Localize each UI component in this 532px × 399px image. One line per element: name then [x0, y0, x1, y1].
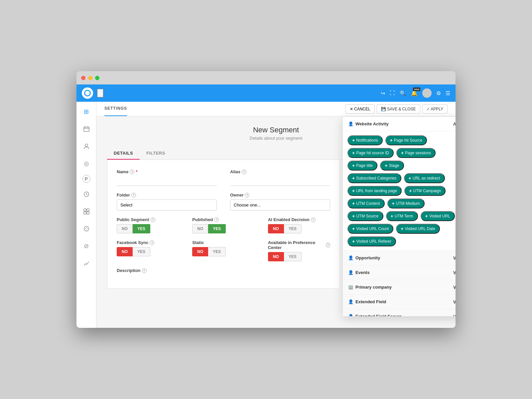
- filter-tag-page-sessions[interactable]: + Page sessions: [396, 148, 436, 158]
- folder-select[interactable]: Select: [117, 200, 217, 210]
- search-button[interactable]: 🔍: [400, 90, 406, 96]
- save-close-button[interactable]: 💾 SAVE & CLOSE: [377, 104, 420, 114]
- svg-rect-8: [84, 212, 86, 214]
- sidebar-item-reports[interactable]: [80, 257, 92, 269]
- filter-tag-utm-term[interactable]: + UTM Term: [386, 211, 418, 221]
- events-header[interactable]: 👤 Events ∨: [343, 265, 456, 280]
- available-pref-toggle: NO YES: [268, 252, 330, 261]
- description-help-icon[interactable]: ?: [142, 268, 147, 273]
- opportunity-icon: 👤: [348, 255, 353, 260]
- public-segment-label: Public Segment ?: [117, 217, 179, 222]
- sidebar: ⊞ ◎ P: [76, 102, 96, 328]
- ai-decision-help-icon[interactable]: ?: [311, 217, 316, 222]
- description-group: Description ?: [117, 268, 330, 273]
- published-toggle: NO YES: [192, 224, 254, 233]
- folder-help-icon[interactable]: ?: [131, 193, 136, 198]
- extended-field-secure-header[interactable]: 👤 Extended Field Secure ∨: [343, 309, 456, 316]
- cancel-button[interactable]: ✕ CANCEL: [345, 104, 375, 114]
- sidebar-item-dashboard[interactable]: ⊞: [80, 106, 92, 118]
- maximize-button[interactable]: [95, 76, 99, 80]
- extended-field-header[interactable]: 👤 Extended Field ∨: [343, 295, 456, 309]
- filter-tag-page-hit-source[interactable]: + Page hit Source: [385, 135, 427, 145]
- website-activity-header[interactable]: 👤 Website Activity ∧: [343, 117, 456, 131]
- filter-panel-scroll[interactable]: 👤 Website Activity ∧ + Notifications + P…: [343, 117, 456, 316]
- facebook-sync-help-icon[interactable]: ?: [150, 240, 154, 245]
- filter-tag-visited-url[interactable]: + Visited URL: [421, 211, 455, 221]
- svg-point-4: [85, 144, 88, 147]
- available-pref-no[interactable]: NO: [268, 252, 284, 261]
- fullscreen-button[interactable]: ⛶: [390, 90, 395, 96]
- close-button[interactable]: [81, 76, 85, 80]
- public-segment-group: Public Segment ? NO YES: [117, 217, 179, 233]
- alias-help-icon[interactable]: ?: [242, 170, 246, 174]
- filter-tag-url-as-redirect[interactable]: + URL as redirect: [404, 173, 445, 183]
- filter-tag-page-hit-source-id[interactable]: + Page hit source ID: [347, 148, 394, 158]
- available-pref-yes[interactable]: YES: [284, 252, 302, 261]
- sub-header: SETTINGS ✕ CANCEL 💾 SAVE & CLOSE ✓ APPLY: [96, 102, 456, 116]
- owner-help-icon[interactable]: ?: [245, 193, 249, 198]
- opportunity-header[interactable]: 👤 Opportunity ∨: [343, 251, 456, 265]
- svg-point-10: [84, 226, 89, 231]
- notifications-button[interactable]: 🔔 new: [411, 90, 418, 96]
- settings-tab-label[interactable]: SETTINGS: [104, 102, 127, 116]
- sidebar-item-components[interactable]: [80, 205, 92, 217]
- sidebar-item-calendar[interactable]: [80, 123, 92, 135]
- sidebar-item-points[interactable]: P: [82, 175, 90, 183]
- name-alias-row: Name ? * Alias ?: [117, 169, 330, 186]
- apply-button[interactable]: ✓ APPLY: [422, 104, 448, 114]
- published-no[interactable]: NO: [192, 224, 208, 233]
- sidebar-item-gamification[interactable]: [80, 223, 92, 235]
- ai-decision-yes[interactable]: YES: [284, 224, 302, 233]
- navbar-left: ⊞: [82, 87, 103, 99]
- published-label: Published ?: [192, 217, 254, 222]
- filter-tag-visited-url-date[interactable]: + Visited URL Date: [396, 224, 440, 234]
- filter-tag-utm-medium[interactable]: + UTM Medium: [387, 199, 425, 208]
- filter-tag-visited-url-count[interactable]: + Visited URL Count: [347, 224, 393, 234]
- menu-button[interactable]: ☰: [446, 90, 450, 96]
- ai-decision-no[interactable]: NO: [268, 224, 284, 233]
- owner-group: Owner ? Choose one...: [230, 193, 330, 210]
- opportunity-label: Opportunity: [355, 255, 453, 260]
- available-pref-group: Available in Preference Center ? NO YES: [268, 240, 330, 261]
- filter-tag-visited-url-referer[interactable]: + Visited URL Referer: [347, 236, 396, 246]
- name-help-icon[interactable]: ?: [130, 170, 134, 174]
- facebook-sync-yes[interactable]: YES: [133, 247, 150, 256]
- public-segment-help-icon[interactable]: ?: [151, 217, 155, 222]
- filter-section-extended-field: 👤 Extended Field ∨: [343, 295, 456, 309]
- tab-filters[interactable]: FILTERS: [140, 147, 172, 160]
- public-segment-yes[interactable]: YES: [133, 224, 150, 233]
- published-yes[interactable]: YES: [208, 224, 226, 233]
- filter-tag-notifications[interactable]: + Notifications: [347, 135, 383, 145]
- filter-tag-url-from-landing-page[interactable]: + URL from landing page: [347, 186, 402, 196]
- minimize-button[interactable]: [88, 76, 92, 80]
- primary-company-header[interactable]: 🏢 Primary company ∨: [343, 280, 456, 294]
- tab-details[interactable]: DETAILS: [107, 147, 140, 160]
- filter-tag-utm-content[interactable]: + UTM Content: [347, 199, 385, 208]
- static-yes[interactable]: YES: [208, 247, 226, 256]
- filter-tag-utm-campaign[interactable]: + UTM Campaign: [404, 186, 446, 196]
- published-help-icon[interactable]: ?: [214, 217, 219, 222]
- static-no[interactable]: NO: [192, 247, 208, 256]
- filter-tag-page-title[interactable]: + Page title: [347, 161, 377, 171]
- avatar[interactable]: [422, 88, 432, 98]
- extended-field-secure-collapse-icon: ∨: [453, 313, 456, 316]
- sidebar-item-blocked[interactable]: ⊘: [80, 240, 92, 252]
- filter-tag-utm-source[interactable]: + UTM Source: [347, 211, 383, 221]
- name-input[interactable]: [117, 176, 217, 186]
- settings-gear-button[interactable]: ⚙: [436, 90, 441, 96]
- primary-company-collapse-icon: ∨: [453, 284, 456, 290]
- grid-menu-button[interactable]: ⊞: [97, 89, 103, 97]
- filter-tag-subscribed-categories[interactable]: + Subscribed Categories: [347, 173, 401, 183]
- alias-input[interactable]: [230, 176, 330, 186]
- public-segment-no[interactable]: NO: [117, 224, 133, 233]
- sidebar-item-focus[interactable]: ◎: [80, 158, 92, 170]
- owner-label: Owner ?: [230, 193, 330, 198]
- available-pref-help-icon[interactable]: ?: [326, 243, 330, 247]
- ai-decision-label: AI Enabled Decision ?: [268, 217, 330, 222]
- owner-select[interactable]: Choose one...: [230, 200, 330, 210]
- sidebar-item-history[interactable]: [80, 188, 92, 200]
- filter-tag-stage[interactable]: + Stage: [380, 161, 404, 171]
- sidebar-item-contacts[interactable]: [80, 140, 92, 152]
- share-icon-button[interactable]: ↪: [381, 90, 385, 96]
- facebook-sync-no[interactable]: NO: [117, 247, 133, 256]
